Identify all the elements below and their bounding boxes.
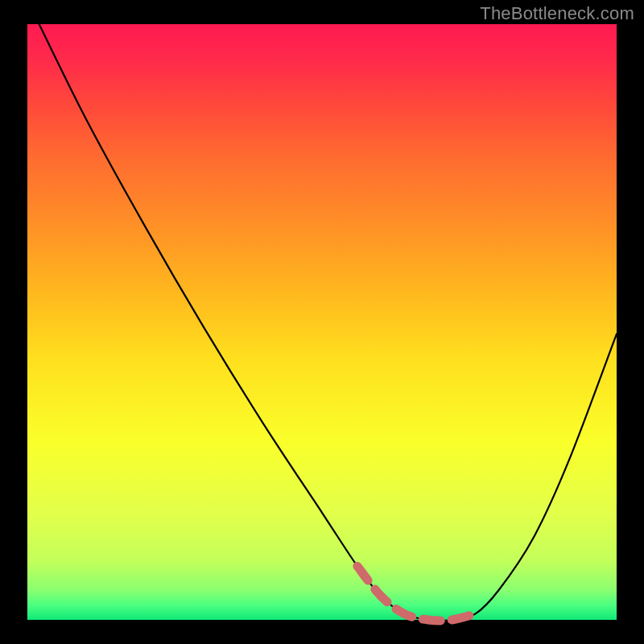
plot-background [27, 24, 617, 620]
bottleneck-chart [0, 0, 644, 644]
watermark-text: TheBottleneck.com [480, 3, 634, 24]
chart-stage: TheBottleneck.com [0, 0, 644, 644]
